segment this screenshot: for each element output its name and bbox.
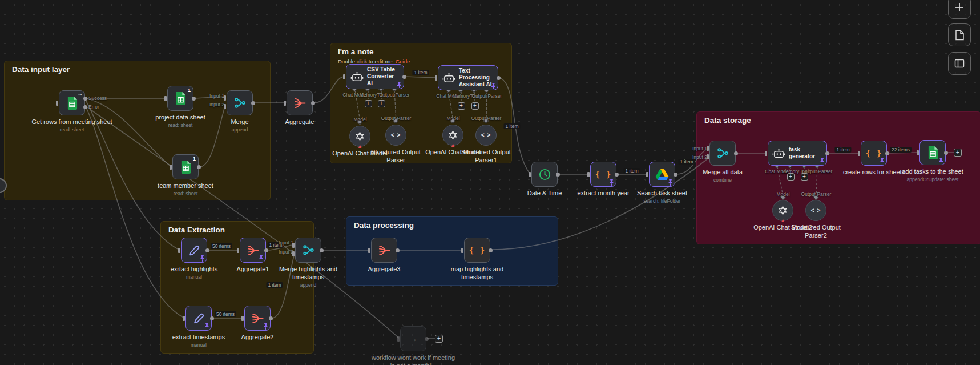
input-port[interactable] — [587, 172, 590, 177]
pin-icon — [204, 323, 209, 330]
map-highlights-and-timestamps[interactable]: { } — [464, 238, 490, 263]
input-port[interactable] — [646, 172, 649, 177]
output-port[interactable] — [396, 248, 400, 252]
output-port[interactable] — [192, 97, 196, 101]
aggregate1[interactable] — [240, 238, 266, 263]
node-label-text: Aggregate1 — [227, 266, 279, 274]
input-port[interactable] — [241, 316, 244, 321]
input-port[interactable] — [397, 336, 400, 342]
output-port[interactable] — [944, 151, 948, 155]
input-port[interactable] — [224, 104, 227, 109]
structured-output-parser2[interactable]: < > — [805, 200, 826, 221]
node-sublabel: appendOrUpdate: sheet — [890, 177, 975, 183]
new-sticky-button[interactable] — [948, 23, 971, 46]
merge-icon — [302, 244, 315, 257]
openai-chat-model2[interactable]: ▲ — [772, 200, 793, 221]
input-port[interactable] — [170, 165, 172, 170]
output-port[interactable] — [674, 173, 677, 177]
output-port[interactable] — [497, 76, 501, 80]
input-port[interactable] — [435, 75, 438, 81]
output-port[interactable] — [264, 248, 268, 252]
input-port[interactable] — [164, 96, 167, 101]
input-port[interactable] — [183, 316, 185, 321]
output-port[interactable] — [311, 101, 315, 105]
toggle-panel-button[interactable] — [948, 52, 971, 75]
get-rows-from-meeting-sheet[interactable]: → — [59, 90, 85, 115]
structured-output-parser1[interactable]: < > — [475, 125, 497, 146]
merge-highlights-and-timestamps[interactable] — [295, 238, 321, 263]
input-port[interactable] — [56, 101, 59, 106]
input-port[interactable] — [292, 251, 295, 256]
add-connection-button[interactable]: + — [435, 335, 443, 343]
exrtact-highlights[interactable] — [181, 238, 207, 263]
node-label-text: Structured Output Parser2 — [785, 224, 848, 240]
structured-output-parser[interactable]: < > — [385, 125, 406, 146]
extract-timestamps[interactable] — [185, 306, 212, 331]
input-port[interactable] — [178, 248, 181, 253]
add-connection-button[interactable]: + — [378, 100, 385, 107]
input-port[interactable] — [765, 151, 768, 156]
openai-chat-model1[interactable]: ▲ — [442, 125, 463, 146]
node-label-text: Merge all data — [694, 169, 751, 177]
disabled-workflow-note-node[interactable]: → — [400, 326, 426, 351]
node-label-text: exrtact highlights — [160, 266, 228, 274]
output-port[interactable] — [425, 337, 429, 341]
output-port[interactable] — [210, 316, 214, 320]
output-port[interactable] — [825, 151, 829, 155]
output-port[interactable] — [83, 97, 87, 101]
date-and-time[interactable] — [531, 162, 558, 187]
aggregate[interactable] — [287, 90, 313, 115]
input-port[interactable] — [292, 243, 295, 248]
node-label-text: Aggregate — [274, 118, 325, 126]
input-port[interactable] — [284, 101, 287, 106]
csv-table-converter-ai[interactable]: CSV Table Converter AI — [346, 64, 404, 89]
add-connection-button[interactable]: + — [458, 102, 465, 110]
output-port[interactable] — [615, 173, 619, 177]
add-connection-button[interactable]: + — [471, 102, 479, 110]
text-processing-assistant-ai[interactable]: Text Processing Assistant AI — [438, 65, 498, 90]
input-port[interactable] — [461, 248, 464, 253]
output-port[interactable] — [320, 248, 324, 252]
input-port[interactable] — [368, 248, 371, 253]
executed-arrow-icon: → — [77, 90, 83, 97]
merge-all-data[interactable] — [709, 141, 736, 166]
output-port[interactable] — [251, 101, 255, 105]
add-connection-button[interactable]: + — [954, 149, 962, 157]
input-port[interactable] — [237, 248, 240, 253]
add-connection-button[interactable]: + — [365, 100, 372, 107]
aggregate2[interactable] — [244, 306, 271, 331]
input-port[interactable] — [343, 74, 346, 79]
output-port[interactable] — [489, 248, 493, 252]
output-port[interactable] — [885, 151, 889, 155]
input-port[interactable] — [917, 150, 919, 155]
merge[interactable] — [227, 90, 253, 115]
output-port[interactable] — [83, 105, 87, 109]
input-port[interactable] — [224, 95, 227, 101]
output-port[interactable] — [402, 75, 406, 79]
add-connection-button[interactable]: + — [787, 173, 795, 181]
project-data-sheet[interactable]: 1 — [167, 86, 193, 111]
output-port[interactable] — [269, 316, 273, 320]
add-connection-button[interactable]: + — [801, 173, 808, 181]
extract-month-year[interactable]: { } — [590, 162, 616, 187]
input-port[interactable] — [858, 151, 861, 156]
task-generator[interactable]: task generator — [768, 141, 827, 166]
output-port[interactable] — [734, 151, 738, 155]
warning-icon: ▲ — [450, 143, 455, 148]
node-sublabel: combine — [694, 177, 751, 183]
input-port[interactable] — [707, 146, 709, 151]
create-rows-for-sheets[interactable]: { } — [861, 141, 887, 166]
output-port[interactable] — [205, 248, 209, 252]
pin-icon — [259, 255, 264, 262]
aggregate3[interactable] — [371, 238, 397, 263]
output-port[interactable] — [556, 173, 560, 177]
openai-chat-model[interactable]: ▲ — [349, 126, 370, 147]
input-port[interactable] — [707, 154, 709, 159]
output-port[interactable] — [197, 165, 201, 169]
input-port[interactable] — [529, 172, 531, 177]
add-tasks-to-the-sheet[interactable] — [919, 140, 946, 165]
team-member-sheet[interactable]: 1 — [172, 154, 199, 179]
workflow-canvas[interactable]: Data input layerI'm a noteDouble click t… — [0, 0, 980, 365]
search-task-sheet[interactable] — [649, 162, 675, 187]
zoom-to-fit-button[interactable] — [948, 0, 971, 19]
